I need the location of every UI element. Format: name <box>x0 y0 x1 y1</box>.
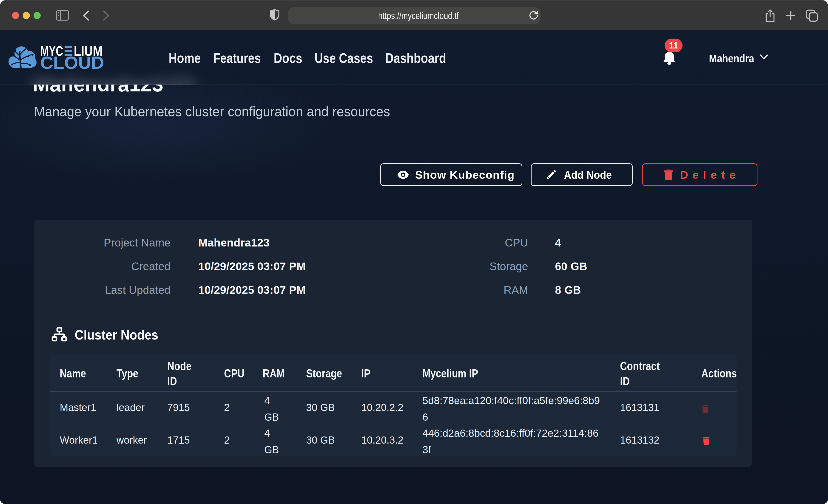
svg-text:CLOUD: CLOUD <box>40 53 104 71</box>
